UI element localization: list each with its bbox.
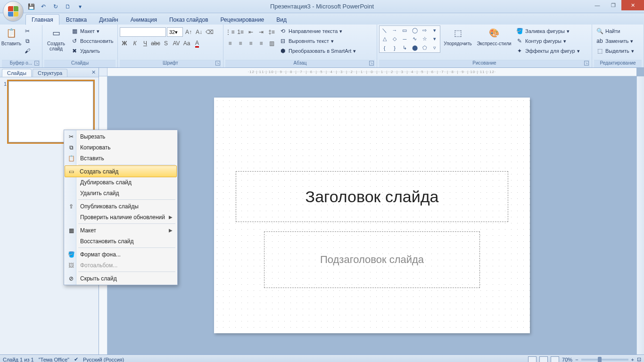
status-language[interactable]: Русский (Россия) bbox=[83, 357, 124, 362]
ctx-delete-slide[interactable]: Удалить слайд bbox=[65, 188, 176, 198]
text-direction-button[interactable]: ⟲Направление текста ▾ bbox=[277, 26, 358, 36]
zoom-in-button[interactable]: + bbox=[631, 357, 634, 362]
shape-poly-icon[interactable]: ⬠ bbox=[420, 43, 429, 52]
ctx-hide-slide[interactable]: ⊘Скрыть слайд bbox=[65, 273, 176, 284]
font-name-combo[interactable] bbox=[120, 27, 166, 37]
italic-button[interactable]: К bbox=[130, 39, 140, 48]
cut-button[interactable]: ✂ bbox=[22, 26, 33, 36]
close-button[interactable]: ✕ bbox=[621, 0, 644, 10]
new-slide-button[interactable]: ▭ Создать слайд bbox=[44, 25, 68, 51]
line-spacing-button[interactable]: ‡≡ bbox=[267, 27, 276, 37]
shape-curve-icon[interactable]: ∿ bbox=[410, 35, 420, 44]
font-color-button[interactable]: A bbox=[192, 39, 202, 48]
align-center-button[interactable]: ≡ bbox=[236, 39, 245, 48]
shape-star-icon[interactable]: ☆ bbox=[420, 35, 429, 44]
ctx-cut[interactable]: ✂Вырезать bbox=[65, 131, 176, 142]
layout-button[interactable]: ▦Макет ▾ bbox=[69, 26, 115, 36]
fit-window-button[interactable]: ⊡ bbox=[637, 356, 641, 362]
tab-home[interactable]: Главная bbox=[25, 14, 59, 25]
view-normal-button[interactable] bbox=[528, 356, 537, 362]
shape-line2-icon[interactable]: ─ bbox=[400, 35, 410, 44]
slide-stage[interactable]: Заголовок слайда Подзаголовок слайда bbox=[107, 76, 636, 354]
ctx-reset-slide[interactable]: Восстановить слайд bbox=[65, 236, 176, 247]
shape-rect-icon[interactable]: ▭ bbox=[400, 26, 410, 35]
side-tab-outline[interactable]: Структура bbox=[33, 69, 67, 77]
qat-redo-icon[interactable]: ↻ bbox=[51, 2, 60, 11]
ctx-paste[interactable]: 📋Вставить bbox=[65, 153, 176, 164]
copy-button[interactable]: ⧉ bbox=[22, 36, 33, 46]
change-case-button[interactable]: Aa bbox=[182, 39, 191, 48]
side-tab-slides[interactable]: Слайды bbox=[2, 69, 32, 77]
shape-callout-icon[interactable]: ⬤ bbox=[410, 43, 420, 52]
shape-brace2-icon[interactable]: } bbox=[389, 43, 399, 52]
ctx-layout[interactable]: ▦Макет▶ bbox=[65, 225, 176, 236]
replace-button[interactable]: abЗаменить ▾ bbox=[594, 36, 636, 46]
launcher-icon[interactable]: ↘ bbox=[34, 61, 39, 66]
title-placeholder[interactable]: Заголовок слайда bbox=[236, 171, 508, 222]
indent-inc-button[interactable]: ⇥ bbox=[256, 27, 266, 37]
launcher-icon[interactable]: ↘ bbox=[369, 61, 374, 66]
shape-outline-button[interactable]: ✎Контур фигуры ▾ bbox=[514, 36, 582, 46]
ctx-check-updates[interactable]: Проверить наличие обновлений▶ bbox=[65, 212, 176, 222]
qat-customize-icon[interactable]: ▾ bbox=[75, 2, 85, 11]
align-text-button[interactable]: ⊟Выровнять текст ▾ bbox=[277, 36, 358, 46]
ctx-publish-slides[interactable]: ⇪Опубликовать слайды bbox=[65, 201, 176, 212]
smartart-button[interactable]: ⬢Преобразовать в SmartArt ▾ bbox=[277, 46, 358, 56]
bold-button[interactable]: Ж bbox=[120, 39, 129, 48]
shape-brace-icon[interactable]: { bbox=[380, 43, 389, 52]
ctx-copy[interactable]: ⧉Копировать bbox=[65, 142, 176, 153]
qat-repeat-icon[interactable]: 🗋 bbox=[63, 2, 73, 11]
quick-styles-button[interactable]: 🎨 Экспресс-стили bbox=[475, 25, 513, 46]
char-spacing-button[interactable]: AV bbox=[172, 39, 181, 48]
shape-more2-icon[interactable]: ▾ bbox=[430, 35, 440, 44]
underline-button[interactable]: Ч bbox=[140, 39, 150, 48]
qat-undo-icon[interactable]: ↶ bbox=[39, 2, 48, 11]
subtitle-placeholder[interactable]: Подзаголовок слайда bbox=[264, 231, 480, 288]
clear-format-button[interactable]: ⌫ bbox=[205, 27, 214, 37]
shape-more1-icon[interactable]: ▾ bbox=[430, 26, 440, 35]
zoom-slider[interactable] bbox=[581, 359, 628, 361]
shape-round-icon[interactable]: ◯ bbox=[410, 26, 420, 35]
view-slideshow-button[interactable] bbox=[551, 356, 559, 362]
align-right-button[interactable]: ≡ bbox=[246, 39, 256, 48]
numbering-button[interactable]: 1≡ bbox=[236, 27, 245, 37]
bullets-button[interactable]: ⋮≡ bbox=[225, 27, 235, 37]
shape-fill-button[interactable]: 🪣Заливка фигуры ▾ bbox=[514, 26, 582, 36]
zoom-level[interactable]: 70% bbox=[562, 357, 572, 362]
ctx-duplicate-slide[interactable]: Дублировать слайд bbox=[65, 177, 176, 188]
columns-button[interactable]: ▥ bbox=[267, 39, 276, 48]
shapes-gallery[interactable]: ＼→▭◯⇨▾ △◇─∿☆▾ {}↳⬤⬠▿ bbox=[379, 25, 440, 53]
side-close-icon[interactable]: ✕ bbox=[91, 69, 96, 75]
zoom-out-button[interactable]: − bbox=[575, 357, 578, 362]
qat-save-icon[interactable]: 💾 bbox=[26, 2, 36, 11]
shape-effects-button[interactable]: ✦Эффекты для фигур ▾ bbox=[514, 46, 582, 56]
office-button[interactable] bbox=[3, 1, 24, 22]
select-button[interactable]: ⬚Выделить ▾ bbox=[594, 46, 636, 56]
shape-connector-icon[interactable]: ↳ bbox=[400, 43, 410, 52]
font-size-combo[interactable]: 32▾ bbox=[167, 27, 183, 37]
minimize-button[interactable]: — bbox=[589, 0, 605, 10]
vertical-scrollbar[interactable] bbox=[636, 76, 644, 354]
maximize-button[interactable]: ❐ bbox=[605, 0, 621, 10]
shape-arrow-icon[interactable]: → bbox=[389, 26, 399, 35]
paste-button[interactable]: 📋 Вставить bbox=[2, 25, 21, 46]
indent-dec-button[interactable]: ⇤ bbox=[246, 27, 256, 37]
reset-button[interactable]: ↺Восстановить bbox=[69, 36, 115, 46]
shape-diamond-icon[interactable]: ◇ bbox=[389, 35, 399, 44]
tab-animation[interactable]: Анимация bbox=[125, 15, 163, 25]
format-painter-button[interactable]: 🖌 bbox=[22, 46, 33, 56]
delete-slide-button[interactable]: ✖Удалить bbox=[69, 46, 115, 56]
spellcheck-icon[interactable]: ✔ bbox=[74, 356, 78, 362]
launcher-icon[interactable]: ↘ bbox=[215, 61, 220, 66]
tab-design[interactable]: Дизайн bbox=[93, 15, 124, 25]
shrink-font-button[interactable]: A↓ bbox=[194, 27, 204, 37]
slide-canvas[interactable]: Заголовок слайда Подзаголовок слайда bbox=[214, 98, 530, 333]
shape-line-icon[interactable]: ＼ bbox=[380, 26, 389, 35]
ctx-new-slide[interactable]: ▭Создать слайд bbox=[65, 165, 177, 177]
strike-button[interactable]: abc bbox=[151, 39, 160, 48]
tab-review[interactable]: Рецензирование bbox=[215, 15, 270, 25]
arrange-button[interactable]: ⬚ Упорядочить bbox=[441, 25, 474, 46]
launcher-icon[interactable]: ↘ bbox=[584, 61, 589, 66]
find-button[interactable]: 🔍Найти bbox=[594, 26, 636, 36]
align-justify-button[interactable]: ≡ bbox=[256, 39, 266, 48]
